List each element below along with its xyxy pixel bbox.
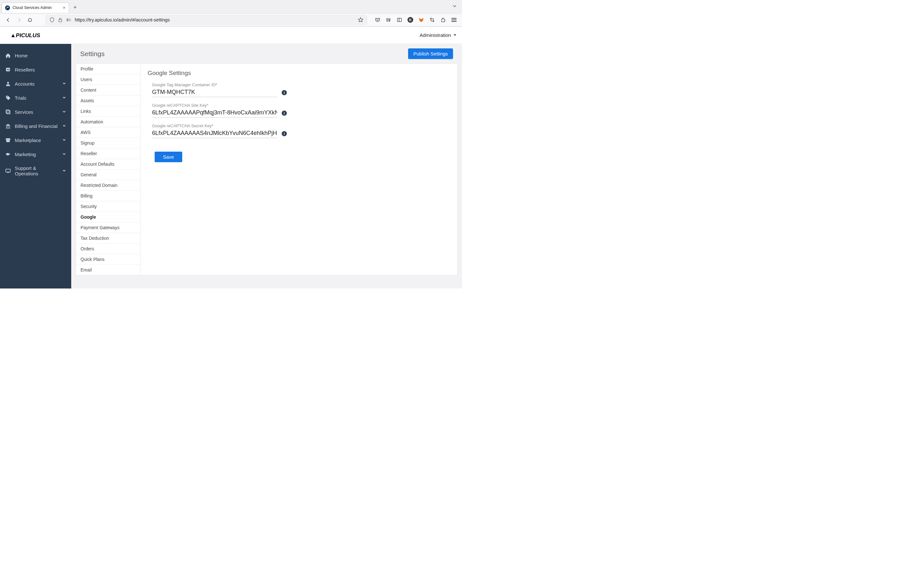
permissions-icon[interactable] (66, 17, 71, 23)
close-icon[interactable]: × (63, 5, 65, 10)
svg-point-6 (7, 69, 8, 70)
administration-dropdown[interactable]: Administration (420, 32, 456, 38)
shield-icon[interactable] (49, 17, 55, 23)
svg-point-10 (7, 97, 8, 97)
form-field: Google reCAPTCHA Site Key*i (152, 103, 287, 118)
field-label: Google reCAPTCHA Secret Key* (152, 123, 287, 128)
settings-nav-tax-deduction[interactable]: Tax Deduction (76, 233, 140, 243)
svg-rect-18 (8, 153, 9, 155)
field-label: Google Tag Manager Container ID* (152, 82, 287, 87)
info-icon[interactable]: i (282, 111, 287, 116)
new-tab-button[interactable]: + (71, 3, 79, 12)
info-icon[interactable]: i (282, 90, 287, 95)
sidebar-item-support-operations[interactable]: Support & Operations (0, 161, 71, 181)
bookmark-star-icon[interactable] (358, 17, 363, 23)
settings-nav-content[interactable]: Content (76, 85, 140, 95)
primary-sidebar: HomeResellersAccountsTrialsServicesBilli… (0, 44, 71, 288)
settings-nav-security[interactable]: Security (76, 201, 140, 212)
svg-rect-0 (59, 19, 62, 22)
settings-panel: Google Settings Google Tag Manager Conta… (141, 63, 457, 276)
user-icon (5, 81, 11, 87)
settings-nav-google[interactable]: Google (76, 212, 140, 222)
bank-icon (5, 123, 11, 129)
settings-nav-links[interactable]: Links (76, 106, 140, 117)
sidebar-item-billing-and-financial[interactable]: Billing and Financial (0, 119, 71, 133)
sidebar-item-label: Trials (15, 95, 26, 101)
settings-nav-payment-gateways[interactable]: Payment Gateways (76, 222, 140, 233)
sidebar-item-label: Marketing (15, 152, 36, 157)
settings-nav-users[interactable]: Users (76, 74, 140, 85)
settings-nav-billing[interactable]: Billing (76, 191, 140, 201)
settings-nav-signup[interactable]: Signup (76, 138, 140, 148)
address-bar[interactable] (45, 15, 367, 25)
publish-settings-button[interactable]: Publish Settings (408, 48, 453, 59)
chevron-down-icon (62, 81, 66, 87)
svg-rect-17 (6, 140, 10, 142)
svg-rect-8 (8, 70, 10, 70)
settings-nav-general[interactable]: General (76, 169, 140, 180)
google-settings-heading: Google Settings (148, 69, 450, 77)
tag-icon (5, 95, 11, 101)
chevron-down-icon (62, 168, 66, 174)
save-button[interactable]: Save (155, 152, 182, 162)
layers-icon (5, 109, 11, 115)
url-input[interactable] (75, 17, 355, 23)
pocket-icon[interactable] (375, 17, 381, 23)
field-input-1[interactable] (152, 108, 277, 118)
forward-button[interactable] (14, 15, 24, 25)
settings-nav-orders[interactable]: Orders (76, 243, 140, 254)
svg-rect-11 (6, 110, 9, 113)
sidebar-item-services[interactable]: Services (0, 105, 71, 119)
metamask-icon[interactable] (418, 17, 424, 23)
reload-button[interactable] (25, 15, 35, 25)
svg-rect-12 (7, 111, 10, 114)
settings-nav-restricted-domain[interactable]: Restricted Domain (76, 180, 140, 191)
sidebar-item-accounts[interactable]: Accounts (0, 77, 71, 91)
chevron-down-icon (62, 137, 66, 143)
settings-nav-email[interactable]: Email (76, 265, 140, 275)
home-icon (5, 53, 11, 58)
badge-icon (5, 67, 11, 73)
menu-button[interactable] (451, 17, 457, 23)
puzzle-icon[interactable] (440, 17, 446, 23)
svg-rect-2 (67, 20, 68, 21)
sidebar-item-marketing[interactable]: Marketing (0, 147, 71, 161)
settings-nav-account-defaults[interactable]: Account Defaults (76, 159, 140, 169)
svg-rect-13 (6, 126, 7, 127)
svg-rect-15 (9, 126, 10, 127)
crop-icon[interactable] (429, 17, 435, 23)
field-input-2[interactable] (152, 129, 277, 138)
field-input-0[interactable] (152, 88, 277, 97)
page-title: Settings (80, 50, 105, 58)
svg-text:▲PICULUS: ▲PICULUS (10, 32, 40, 38)
settings-nav-assets[interactable]: Assets (76, 95, 140, 106)
monitor-icon (5, 168, 11, 174)
brand-logo[interactable]: ▲PICULUS (9, 32, 57, 39)
settings-nav-quick-plans[interactable]: Quick Plans (76, 254, 140, 265)
form-field: Google reCAPTCHA Secret Key*i (152, 123, 287, 138)
svg-rect-1 (67, 19, 68, 19)
settings-nav-reseller[interactable]: Reseller (76, 148, 140, 159)
sidebar-item-marketplace[interactable]: Marketplace (0, 133, 71, 147)
sidebar-toggle-icon[interactable] (397, 17, 402, 23)
sidebar-item-label: Marketplace (15, 137, 41, 143)
chevron-down-icon (62, 152, 66, 157)
settings-nav-aws[interactable]: AWS (76, 127, 140, 138)
tabs-overflow-button[interactable] (452, 4, 457, 10)
svg-point-9 (7, 82, 9, 84)
chevron-down-icon (62, 123, 66, 129)
back-button[interactable] (3, 15, 13, 25)
extension-k-icon[interactable]: K (407, 17, 413, 23)
sidebar-item-trials[interactable]: Trials (0, 91, 71, 105)
sidebar-item-label: Billing and Financial (15, 123, 57, 129)
settings-nav-profile[interactable]: Profile (76, 64, 140, 74)
lock-icon[interactable] (57, 17, 63, 23)
chevron-down-icon (62, 95, 66, 101)
library-icon[interactable] (386, 17, 391, 23)
svg-rect-16 (6, 128, 10, 128)
sidebar-item-home[interactable]: Home (0, 48, 71, 63)
info-icon[interactable]: i (282, 131, 287, 136)
sidebar-item-resellers[interactable]: Resellers (0, 63, 71, 77)
settings-nav-automation[interactable]: Automation (76, 117, 140, 127)
browser-tab[interactable]: Cloud Services Admin × (2, 3, 69, 13)
